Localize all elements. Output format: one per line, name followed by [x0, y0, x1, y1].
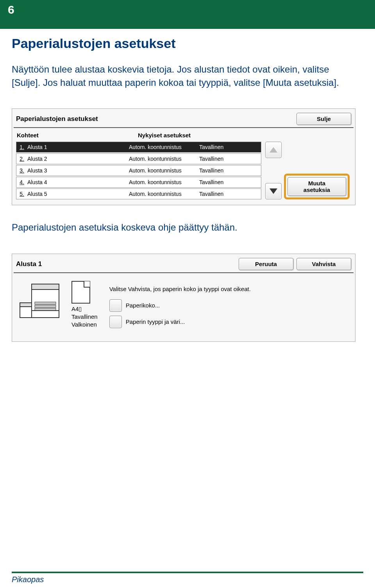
svg-rect-2	[35, 302, 56, 304]
scroll-down-button[interactable]	[265, 183, 282, 199]
intro-paragraph: Näyttöön tulee alustaa koskevia tietoja.…	[12, 63, 355, 89]
change-settings-button[interactable]: Muuta asetuksia	[288, 177, 346, 196]
paper-type: Tavallinen	[199, 179, 261, 185]
svg-rect-7	[32, 311, 59, 318]
close-button[interactable]: Sulje	[296, 113, 351, 125]
tray1-dialog: Alusta 1 Peruuta Vahvista	[12, 254, 355, 342]
size-detect: Autom. koontunnistus	[129, 191, 199, 197]
page-title: Paperialustojen asetukset	[12, 36, 355, 51]
paper-size-button[interactable]: Paperikoko...	[109, 299, 350, 312]
column-header-items: Kohteet	[17, 132, 138, 139]
table-row[interactable]: 2.Alusta 2Autom. koontunnistusTavallinen	[16, 153, 261, 164]
size-detect: Autom. koontunnistus	[129, 156, 199, 162]
paper-type: Tavallinen	[199, 156, 261, 162]
row-number: 1.	[16, 144, 27, 150]
chevron-up-icon	[270, 147, 277, 153]
tray-settings-dialog: Paperialustojen asetukset Sulje Kohteet …	[12, 108, 355, 205]
tray-name: Alusta 1	[27, 144, 129, 150]
dialog-title-tray1: Alusta 1	[16, 258, 239, 268]
svg-rect-1	[32, 284, 59, 290]
scroll-up-button[interactable]	[265, 142, 282, 158]
paper-type: Tavallinen	[199, 191, 261, 197]
printer-icon	[18, 281, 64, 324]
paper-size-button-label: Paperikoko...	[126, 302, 160, 309]
divider	[14, 272, 354, 273]
chevron-down-icon	[270, 188, 277, 194]
table-row[interactable]: 1.Alusta 1Autom. koontunnistusTavallinen	[16, 142, 261, 153]
paper-type: Tavallinen	[199, 144, 261, 150]
tray-name: Alusta 2	[27, 156, 129, 162]
paper-color-label: Valkoinen	[71, 321, 97, 328]
paper-size-label: A4	[71, 306, 79, 312]
cancel-button[interactable]: Peruuta	[239, 258, 293, 270]
tray-name: Alusta 5	[27, 191, 129, 197]
dialog-title: Paperialustojen asetukset	[16, 113, 296, 123]
svg-rect-6	[20, 303, 32, 307]
paper-type: Tavallinen	[199, 167, 261, 174]
paper-type-color-button-label: Paperin tyyppi ja väri...	[126, 318, 185, 325]
row-number: 4.	[16, 179, 27, 185]
confirm-button[interactable]: Vahvista	[296, 258, 351, 270]
size-detect: Autom. koontunnistus	[129, 179, 199, 185]
paper-type-color-button[interactable]: Paperin tyyppi ja väri...	[109, 316, 350, 328]
page-number-banner: 6	[0, 0, 375, 29]
size-detect: Autom. koontunnistus	[129, 144, 199, 150]
footer-divider	[12, 572, 363, 573]
row-number: 3.	[16, 167, 27, 174]
confirm-instruction: Valitse Vahvista, jos paperin koko ja ty…	[109, 286, 350, 292]
row-number: 5.	[16, 191, 27, 197]
footer-label: Pikaopas	[12, 575, 44, 584]
tray-name: Alusta 3	[27, 167, 129, 174]
highlight-frame: Muuta asetuksia	[284, 174, 350, 200]
row-number: 2.	[16, 156, 27, 162]
table-row[interactable]: 5.Alusta 5Autom. koontunnistusTavallinen	[16, 188, 261, 199]
size-detect: Autom. koontunnistus	[129, 167, 199, 174]
paper-icon	[71, 281, 90, 304]
button-icon	[109, 316, 122, 328]
divider	[14, 127, 354, 128]
paper-type-label: Tavallinen	[71, 313, 98, 320]
column-header-current: Nykyiset asetukset	[138, 132, 350, 139]
closing-paragraph: Paperialustojen asetuksia koskeva ohje p…	[12, 221, 355, 234]
svg-rect-3	[35, 305, 56, 307]
table-row[interactable]: 3.Alusta 3Autom. koontunnistusTavallinen	[16, 165, 261, 176]
orientation-icon: ▯	[79, 306, 82, 312]
table-row[interactable]: 4.Alusta 4Autom. koontunnistusTavallinen	[16, 177, 261, 188]
button-icon	[109, 299, 122, 312]
tray-name: Alusta 4	[27, 179, 129, 185]
